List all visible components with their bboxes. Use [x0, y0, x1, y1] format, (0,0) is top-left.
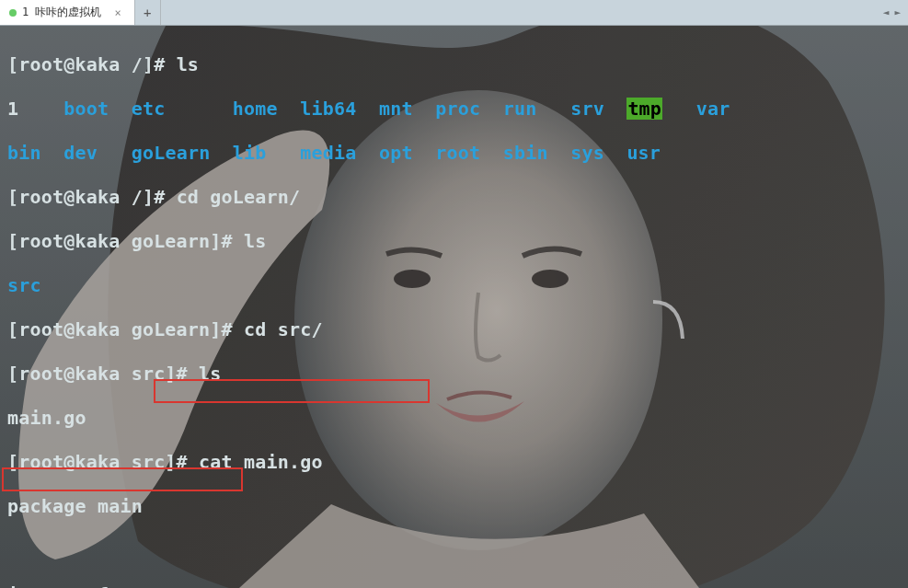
tab-title: 1 咔咔的虚拟机 — [22, 5, 101, 20]
code-line: package main — [7, 495, 901, 517]
ls-item: lib — [233, 142, 267, 164]
plus-icon: + — [144, 6, 151, 20]
tab-bar: 1 咔咔的虚拟机 × + ◄ ► — [0, 0, 908, 26]
prompt: [root@kaka goLearn]# — [7, 230, 244, 252]
command-text: cd goLearn/ — [177, 186, 301, 208]
prompt: [root@kaka /]# — [7, 186, 177, 208]
command-text: ls — [244, 230, 266, 252]
terminal-text: [root@kaka /]# ls 1 boot etc home lib64 … — [0, 26, 908, 588]
prompt: [root@kaka goLearn]# — [7, 318, 244, 340]
ls-item: dev — [63, 142, 98, 164]
ls-item: opt — [379, 142, 413, 164]
prompt: [root@kaka /]# — [7, 53, 177, 75]
ls-item: 1 — [7, 98, 18, 120]
command-text: ls — [177, 53, 199, 75]
new-tab-button[interactable]: + — [135, 0, 161, 25]
ls-item: media — [300, 142, 356, 164]
prompt: [root@kaka src]# — [7, 363, 199, 385]
tab-scroll-controls: ◄ ► — [883, 0, 908, 25]
ls-item: tmp — [626, 98, 662, 120]
code-line — [7, 539, 901, 561]
code-line: import "fmt" — [7, 583, 901, 588]
ls-item: home — [233, 98, 278, 120]
scroll-right-icon[interactable]: ► — [894, 6, 901, 18]
ls-item: sbin — [503, 142, 548, 164]
ls-item: proc — [435, 98, 480, 120]
command-text: ls — [199, 363, 221, 385]
ls-item: etc — [132, 98, 166, 120]
terminal-viewport[interactable]: [root@kaka /]# ls 1 boot etc home lib64 … — [0, 26, 908, 588]
tab-active[interactable]: 1 咔咔的虚拟机 × — [0, 0, 135, 25]
scroll-left-icon[interactable]: ◄ — [883, 6, 890, 18]
ls-item: goLearn — [132, 142, 211, 164]
ls-item: root — [435, 142, 480, 164]
ls-item: main.go — [7, 407, 86, 429]
command-text: cd src/ — [244, 318, 323, 340]
ls-item: sys — [570, 142, 604, 164]
ls-item: srv — [570, 98, 604, 120]
command-text: cat main.go — [199, 451, 323, 473]
status-dot-icon — [9, 9, 17, 17]
ls-item: src — [7, 274, 41, 296]
close-icon[interactable]: × — [114, 6, 121, 19]
ls-item: run — [503, 98, 537, 120]
ls-item: lib64 — [300, 98, 356, 120]
ls-item: mnt — [379, 98, 413, 120]
ls-item: boot — [63, 98, 109, 120]
ls-item: bin — [7, 142, 41, 164]
ls-item: var — [696, 98, 730, 120]
prompt: [root@kaka src]# — [7, 451, 199, 473]
ls-item: usr — [626, 142, 661, 164]
